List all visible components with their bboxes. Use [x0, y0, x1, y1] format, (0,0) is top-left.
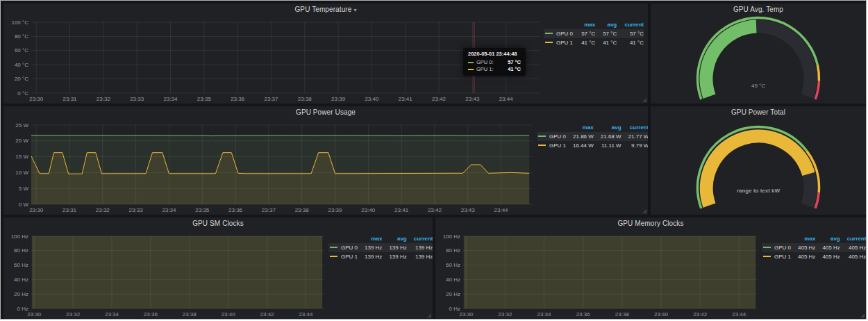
legend-column-header[interactable]: current	[621, 124, 648, 132]
svg-text:23:40: 23:40	[361, 207, 376, 213]
panel-gpu-temperature: GPU Temperature▾ 0 °C20 °C40 °C60 °C80 °…	[3, 3, 648, 104]
legend-stat-value: 405 Hz	[840, 243, 866, 252]
legend-row: GPU 1405 Hz405 Hz405 Hz	[762, 252, 866, 261]
svg-text:80 Hz: 80 Hz	[446, 247, 460, 254]
svg-text:23:30: 23:30	[459, 311, 474, 318]
tooltip-label: GPU 1:	[476, 66, 494, 72]
svg-text:23:38: 23:38	[183, 311, 197, 318]
svg-text:23:38: 23:38	[615, 311, 630, 318]
legend-column-header[interactable]: avg	[382, 235, 406, 243]
legend-stat-value: 41 °C	[595, 38, 617, 47]
svg-text:23:35: 23:35	[197, 96, 212, 102]
panel-title-gpu-power-total[interactable]: GPU Power Total	[651, 106, 866, 119]
legend-series-toggle[interactable]: GPU 1	[544, 38, 574, 47]
panel-title-gpu-power-usage[interactable]: GPU Power Usage	[3, 106, 648, 119]
panel-title-text: GPU Power Total	[731, 108, 785, 116]
svg-text:23:36: 23:36	[228, 207, 243, 213]
panel-title-gpu-avg-temp[interactable]: GPU Avg. Temp	[651, 3, 866, 16]
legend-stat-value: 21.68 W	[594, 132, 621, 141]
panel-gpu-power-total: GPU Power Total range to text kW	[651, 106, 866, 215]
gpu-sm-clocks-legend: maxavgcurrentGPU 0139 Hz139 Hz139 HzGPU …	[328, 230, 433, 319]
series-swatch	[545, 42, 553, 43]
chart-tooltip: 2020-05-01 23:44:48 GPU 0:57 °C GPU 1:41…	[463, 48, 526, 76]
tooltip-value: 57 °C	[501, 59, 521, 65]
panel-resize-handle[interactable]	[860, 313, 865, 318]
tooltip-value: 41 °C	[501, 66, 521, 72]
legend-series-toggle[interactable]: GPU 0	[544, 29, 574, 38]
panel-gpu-memory-clocks: GPU Memory Clocks 0 Hz20 Hz40 Hz60 Hz80 …	[435, 217, 866, 319]
svg-text:23:36: 23:36	[231, 96, 245, 102]
legend-series-toggle[interactable]: GPU 0	[328, 243, 358, 252]
gpu-avg-temp-gauge: 49 °C	[651, 16, 866, 104]
panel-title-gpu-memory-clocks[interactable]: GPU Memory Clocks	[435, 217, 866, 230]
legend-stat-value: 57 °C	[574, 29, 595, 38]
svg-text:23:42: 23:42	[432, 96, 446, 102]
svg-text:23:37: 23:37	[262, 207, 276, 213]
svg-text:40 °C: 40 °C	[15, 62, 28, 68]
svg-text:23:32: 23:32	[97, 96, 111, 102]
legend-row: GPU 116.44 W11.11 W9.79 W	[537, 141, 648, 150]
svg-text:23:40: 23:40	[654, 311, 669, 318]
gpu-power-total-gauge: range to text kW	[651, 119, 866, 215]
gpu-power-usage-chart[interactable]: 0 W5 W10 W15 W20 W25 W23:3023:3123:3223:…	[3, 119, 537, 215]
legend-column-header[interactable]: avg	[595, 21, 617, 29]
legend-table: maxavgcurrentGPU 057 °C57 °C57 °CGPU 141…	[544, 21, 644, 47]
svg-text:23:32: 23:32	[96, 207, 110, 213]
legend-column-header[interactable]: max	[791, 235, 815, 243]
panel-title-text: GPU Power Usage	[296, 108, 356, 116]
svg-text:5 W: 5 W	[19, 186, 29, 192]
legend-stat-value: 405 Hz	[791, 243, 815, 252]
svg-text:23:41: 23:41	[399, 96, 413, 102]
panel-resize-handle[interactable]	[642, 98, 646, 102]
legend-series-toggle[interactable]: GPU 1	[537, 141, 566, 150]
gpu-sm-clocks-chart[interactable]: 0 Hz20 Hz40 Hz60 Hz80 Hz100 Hz23:3023:32…	[3, 230, 328, 319]
legend-column-header[interactable]: avg	[815, 235, 840, 243]
legend-column-header[interactable]: max	[574, 21, 595, 29]
legend-row: GPU 0405 Hz405 Hz405 Hz	[762, 243, 866, 252]
gpu-memory-clocks-chart[interactable]: 0 Hz20 Hz40 Hz60 Hz80 Hz100 Hz23:3023:32…	[435, 230, 762, 319]
legend-row: GPU 021.86 W21.68 W21.77 W	[537, 132, 648, 141]
legend-stat-value: 41 °C	[617, 38, 644, 47]
legend-series-toggle[interactable]: GPU 1	[328, 252, 358, 261]
legend-column-header[interactable]: avg	[594, 124, 621, 132]
series-swatch	[330, 247, 337, 248]
svg-text:23:35: 23:35	[195, 207, 210, 213]
svg-text:10 W: 10 W	[15, 170, 28, 176]
svg-text:23:38: 23:38	[295, 207, 310, 213]
legend-series-toggle[interactable]: GPU 1	[762, 252, 791, 261]
legend-stat-value: 405 Hz	[815, 243, 840, 252]
panel-resize-handle[interactable]	[427, 313, 431, 318]
series-swatch	[538, 145, 546, 146]
legend-column-header[interactable]: max	[358, 235, 382, 243]
legend-stat-value: 405 Hz	[815, 252, 840, 261]
gpu-temperature-legend: maxavgcurrentGPU 057 °C57 °C57 °CGPU 141…	[544, 16, 648, 104]
legend-column-header[interactable]: current	[407, 235, 433, 243]
series-swatch	[330, 256, 337, 257]
legend-stat-value: 139 Hz	[358, 243, 382, 252]
svg-text:100 °C: 100 °C	[11, 19, 28, 26]
legend-series-toggle[interactable]: GPU 0	[762, 243, 791, 252]
legend-column-header[interactable]: current	[617, 21, 644, 29]
legend-stat-value: 139 Hz	[382, 243, 406, 252]
panel-title-text: GPU Temperature	[294, 6, 351, 13]
svg-text:40 Hz: 40 Hz	[14, 277, 28, 283]
panel-title-gpu-sm-clocks[interactable]: GPU SM Clocks	[3, 217, 433, 230]
legend-stat-value: 57 °C	[617, 29, 644, 38]
svg-text:23:42: 23:42	[693, 311, 708, 318]
svg-text:60 °C: 60 °C	[15, 47, 28, 54]
panel-title-gpu-temperature[interactable]: GPU Temperature▾	[3, 3, 648, 16]
gpu-power-usage-legend: maxavgcurrentGPU 021.86 W21.68 W21.77 WG…	[537, 119, 648, 215]
legend-stat-value: 57 °C	[595, 29, 617, 38]
svg-text:23:44: 23:44	[732, 311, 746, 318]
svg-text:15 W: 15 W	[15, 154, 28, 160]
panel-gpu-power-usage: GPU Power Usage 0 W5 W10 W15 W20 W25 W23…	[3, 106, 648, 215]
panel-title-text: GPU SM Clocks	[192, 220, 244, 227]
legend-series-toggle[interactable]: GPU 0	[537, 132, 566, 141]
panel-resize-handle[interactable]	[642, 209, 646, 213]
legend-column-header[interactable]: max	[566, 124, 594, 132]
svg-text:23:31: 23:31	[63, 96, 78, 102]
series-swatch	[538, 135, 546, 137]
legend-stat-value: 139 Hz	[407, 243, 433, 252]
svg-text:0 °C: 0 °C	[17, 90, 28, 97]
legend-column-header[interactable]: current	[840, 235, 866, 243]
